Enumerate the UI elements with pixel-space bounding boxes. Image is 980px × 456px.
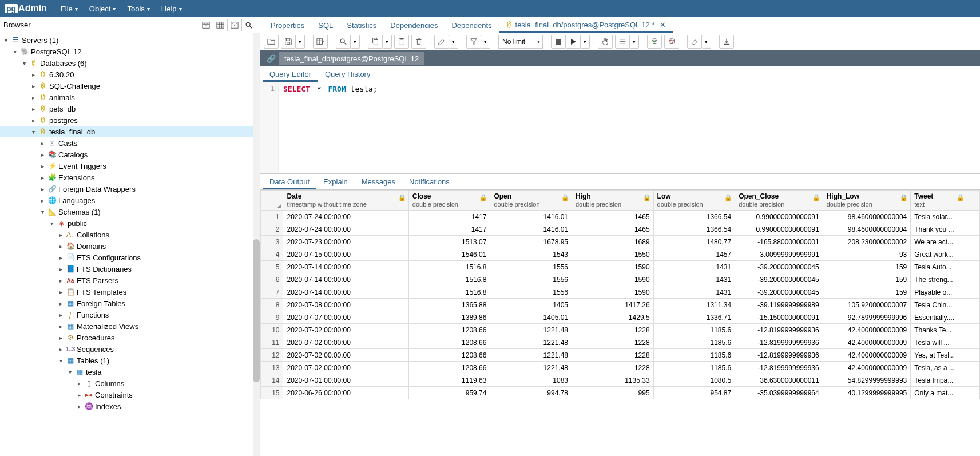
- cell[interactable]: 1083: [490, 374, 572, 387]
- tree-tables[interactable]: ▾▦Tables (1): [0, 355, 260, 366]
- cell[interactable]: 2020-07-08 00:00:00: [283, 299, 408, 311]
- tree-constraints[interactable]: ▸▸◂Constraints: [0, 389, 260, 401]
- close-tab-icon[interactable]: ✕: [660, 21, 666, 29]
- tree-materialized-views[interactable]: ▸▦Materialized Views: [0, 320, 260, 332]
- expand-icon[interactable]: ▸: [76, 403, 82, 410]
- tree-fts-configurations[interactable]: ▸📄FTS Configurations: [0, 252, 260, 263]
- cell[interactable]: 98.4600000000004: [823, 211, 911, 223]
- cell[interactable]: -12.8199999999936: [735, 324, 823, 336]
- cell[interactable]: Great work...: [911, 248, 967, 261]
- cell[interactable]: 2020-07-15 00:00:00: [283, 248, 408, 261]
- cell[interactable]: 1119.63: [408, 374, 490, 387]
- cell[interactable]: -165.880000000001: [735, 236, 823, 248]
- cell[interactable]: Tesla will ...: [911, 336, 967, 349]
- table-row[interactable]: 72020-07-14 00:00:001516.8155615901431-3…: [261, 286, 980, 299]
- cell[interactable]: 2020-07-24 00:00:00: [283, 211, 408, 223]
- tree-sequences[interactable]: ▸1..3Sequences: [0, 343, 260, 355]
- cell[interactable]: 42.4000000000009: [823, 362, 911, 374]
- cell[interactable]: 1590: [572, 286, 654, 299]
- cell[interactable]: 1429.5: [572, 311, 654, 324]
- expand-icon[interactable]: ▸: [57, 232, 64, 238]
- cell[interactable]: -15.1500000000091: [735, 311, 823, 324]
- tree-fdw[interactable]: ▸🔗Foreign Data Wrappers: [0, 183, 260, 195]
- tab-query-tool[interactable]: 🛢 tesla_final_db/postgres@PostgreSQL 12 …: [499, 17, 673, 33]
- clear-button[interactable]: [687, 35, 702, 49]
- cell[interactable]: 2020-07-24 00:00:00: [283, 223, 408, 236]
- cell[interactable]: 1208.66: [408, 336, 490, 349]
- tree-db-sqlchallenge[interactable]: ▸🛢SQL-Challenge: [0, 80, 260, 92]
- cell[interactable]: 1550: [572, 248, 654, 261]
- cell[interactable]: 3.00999999999991: [735, 248, 823, 261]
- tab-properties[interactable]: Properties: [264, 17, 311, 33]
- copy-menu-button[interactable]: ▾: [383, 35, 392, 49]
- table-row[interactable]: 132020-07-02 00:00:001208.661221.4812281…: [261, 362, 980, 374]
- tree-db-teslafinaldb[interactable]: ▾🛢tesla_final_db: [0, 126, 260, 137]
- cell[interactable]: 1465: [572, 211, 654, 223]
- tree-domains[interactable]: ▸🏠Domains: [0, 240, 260, 252]
- cell[interactable]: 2020-07-23 00:00:00: [283, 236, 408, 248]
- expand-icon[interactable]: ▸: [30, 72, 37, 78]
- tree-fts-templates[interactable]: ▸📋FTS Templates: [0, 286, 260, 298]
- table-row[interactable]: 112020-07-02 00:00:001208.661221.4812281…: [261, 336, 980, 349]
- cell[interactable]: Playable o...: [911, 286, 967, 299]
- menu-tools[interactable]: Tools▾: [121, 2, 155, 16]
- cell[interactable]: 954.87: [653, 387, 735, 399]
- expand-icon[interactable]: ▸: [39, 186, 46, 192]
- expand-icon[interactable]: ▸: [57, 266, 64, 272]
- cell[interactable]: 1208.66: [408, 349, 490, 362]
- paste-button[interactable]: [394, 35, 409, 49]
- cell[interactable]: 1465: [572, 223, 654, 236]
- cell[interactable]: 994.78: [490, 387, 572, 399]
- code-text[interactable]: SELECT * FROM tesla;: [279, 82, 980, 173]
- table-row[interactable]: 152020-06-26 00:00:00959.74994.78995954.…: [261, 387, 980, 399]
- rownum-cell[interactable]: 5: [261, 261, 283, 273]
- expand-icon[interactable]: ▸: [57, 312, 64, 318]
- cell[interactable]: 1228: [572, 349, 654, 362]
- cell[interactable]: Tesla Impa...: [911, 374, 967, 387]
- rownum-cell[interactable]: 7: [261, 286, 283, 299]
- table-row[interactable]: 122020-07-02 00:00:001208.661221.4812281…: [261, 349, 980, 362]
- tree-server-pg12[interactable]: ▾🐘PostgreSQL 12: [0, 46, 260, 57]
- expand-icon[interactable]: ▸: [57, 335, 64, 341]
- cell[interactable]: -39.2000000000045: [735, 261, 823, 273]
- browser-tab-btn-2[interactable]: [213, 19, 228, 31]
- cell[interactable]: 1417.26: [572, 299, 654, 311]
- cell[interactable]: The streng...: [911, 273, 967, 286]
- cell[interactable]: 1417: [408, 223, 490, 236]
- cell[interactable]: 1513.07: [408, 236, 490, 248]
- cell[interactable]: 1431: [653, 273, 735, 286]
- stop-button[interactable]: [551, 35, 566, 49]
- cell[interactable]: Yes, at Tesl...: [911, 349, 967, 362]
- cell[interactable]: Thank you ...: [911, 223, 967, 236]
- cell[interactable]: 1228: [572, 336, 654, 349]
- cell[interactable]: Essentially....: [911, 311, 967, 324]
- browser-tab-btn-filter[interactable]: [227, 19, 242, 31]
- table-row[interactable]: 52020-07-14 00:00:001516.8155615901431-3…: [261, 261, 980, 273]
- tree-db-animals[interactable]: ▸🛢animals: [0, 92, 260, 103]
- cell[interactable]: 42.4000000000009: [823, 336, 911, 349]
- tree-catalogs[interactable]: ▸📚Catalogs: [0, 149, 260, 160]
- tree-table-tesla[interactable]: ▾▦tesla: [0, 366, 260, 378]
- cell[interactable]: 42.4000000000009: [823, 324, 911, 336]
- expand-icon[interactable]: ▸: [39, 175, 46, 181]
- commit-button[interactable]: [647, 35, 662, 49]
- cell[interactable]: 1678.95: [490, 236, 572, 248]
- delete-button[interactable]: [411, 35, 426, 49]
- cell[interactable]: -39.1199999999989: [735, 299, 823, 311]
- tab-statistics[interactable]: Statistics: [340, 17, 383, 33]
- tree-event-triggers[interactable]: ▸⚡Event Triggers: [0, 160, 260, 172]
- sidebar-scrollbar[interactable]: [253, 33, 260, 456]
- cell[interactable]: 92.7899999999996: [823, 311, 911, 324]
- tree-schema-public[interactable]: ▾◈public: [0, 217, 260, 229]
- cell[interactable]: 1556: [490, 261, 572, 273]
- expand-icon[interactable]: ▸: [57, 277, 64, 284]
- cell[interactable]: 1389.86: [408, 311, 490, 324]
- cell[interactable]: 93: [823, 248, 911, 261]
- rownum-cell[interactable]: 2: [261, 223, 283, 236]
- cell[interactable]: 2020-07-14 00:00:00: [283, 261, 408, 273]
- cell[interactable]: 1516.8: [408, 261, 490, 273]
- tab-explain[interactable]: Explain: [316, 174, 355, 189]
- expand-icon[interactable]: ▸: [30, 83, 37, 89]
- cell[interactable]: 1405.01: [490, 311, 572, 324]
- open-file-button[interactable]: [264, 35, 279, 49]
